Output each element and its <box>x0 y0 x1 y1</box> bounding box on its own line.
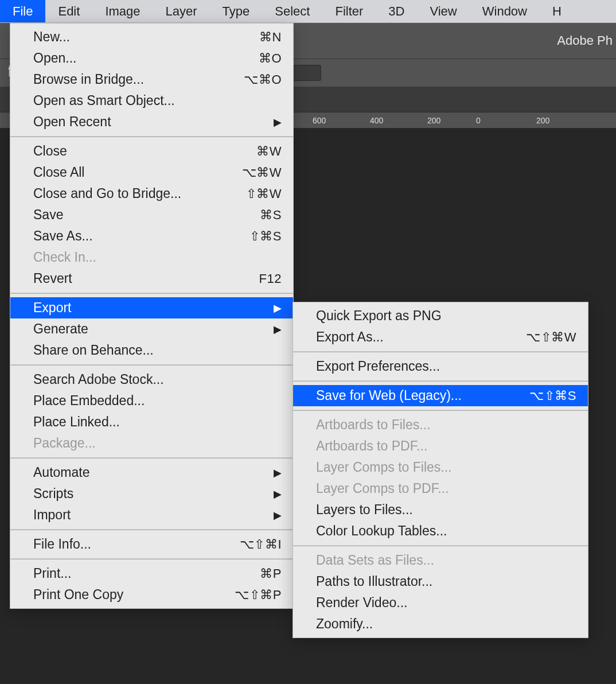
file-menu-item-open-as-smart-object[interactable]: Open as Smart Object... <box>10 90 293 111</box>
file-menu-item-export[interactable]: Export▶ <box>10 297 293 318</box>
export-menu-item-paths-to-illustrator[interactable]: Paths to Illustrator... <box>293 571 588 592</box>
file-menu-item-import[interactable]: Import▶ <box>10 504 293 526</box>
menu-separator <box>10 136 293 137</box>
export-menu-item-color-lookup-tables[interactable]: Color Lookup Tables... <box>293 520 588 542</box>
menu-item-label: Artboards to PDF... <box>316 438 427 454</box>
file-menu-item-save[interactable]: Save⌘S <box>10 204 293 226</box>
menu-item-shortcut: ⌥⇧⌘I <box>228 537 282 552</box>
file-menu-item-revert[interactable]: RevertF12 <box>10 268 293 289</box>
file-menu-item-file-info[interactable]: File Info...⌥⇧⌘I <box>10 534 293 555</box>
file-menu-item-close-and-go-to-bridge[interactable]: Close and Go to Bridge...⇧⌘W <box>10 183 293 204</box>
file-menu-item-print-one-copy[interactable]: Print One Copy⌥⇧⌘P <box>10 584 293 605</box>
menu-item-label: Save <box>33 207 63 223</box>
menu-item-shortcut: ⌘W <box>245 144 282 159</box>
menu-item-label: Automate <box>33 465 89 480</box>
export-menu-item-export-as[interactable]: Export As...⌥⇧⌘W <box>293 327 588 348</box>
menu-item-label: Zoomify... <box>316 616 373 632</box>
file-menu-item-save-as[interactable]: Save As...⇧⌘S <box>10 226 293 247</box>
menu-item-label: Export Preferences... <box>316 359 440 374</box>
menubar-item-view[interactable]: View <box>417 0 469 22</box>
menu-item-label: File Info... <box>33 537 91 552</box>
menu-separator <box>10 558 293 559</box>
export-menu-item-layers-to-files[interactable]: Layers to Files... <box>293 499 588 520</box>
menu-separator <box>293 545 588 546</box>
menubar-item-select[interactable]: Select <box>262 0 322 22</box>
submenu-arrow-icon: ▶ <box>262 488 282 500</box>
export-menu-item-layer-comps-to-pdf: Layer Comps to PDF... <box>293 478 588 499</box>
app-title: Adobe Ph <box>557 33 613 48</box>
file-menu-item-search-adobe-stock[interactable]: Search Adobe Stock... <box>10 369 293 390</box>
menubar-item-type[interactable]: Type <box>210 0 263 22</box>
menu-item-label: Package... <box>33 436 96 451</box>
file-menu-item-close-all[interactable]: Close All⌥⌘W <box>10 162 293 183</box>
file-menu-item-new[interactable]: New...⌘N <box>10 26 293 48</box>
menubar-item-image[interactable]: Image <box>92 0 153 22</box>
export-menu-item-layer-comps-to-files: Layer Comps to Files... <box>293 457 588 478</box>
menu-item-label: Share on Behance... <box>33 343 154 358</box>
menu-item-shortcut: ⌥⌘W <box>231 165 282 180</box>
menu-item-label: Color Lookup Tables... <box>316 523 447 539</box>
file-menu-item-share-on-behance[interactable]: Share on Behance... <box>10 340 293 361</box>
menu-item-label: Close <box>33 143 67 159</box>
menu-item-label: Save for Web (Legacy)... <box>316 388 462 403</box>
export-menu-item-export-preferences[interactable]: Export Preferences... <box>293 356 588 377</box>
menu-item-shortcut: ⌘S <box>248 208 282 223</box>
menu-separator <box>10 529 293 530</box>
menubar-item-h[interactable]: H <box>540 0 574 22</box>
submenu-arrow-icon: ▶ <box>262 467 282 479</box>
menubar-item-3d[interactable]: 3D <box>376 0 417 22</box>
file-menu: New...⌘NOpen...⌘OBrowse in Bridge...⌥⌘OO… <box>10 23 294 609</box>
menu-item-label: Paths to Illustrator... <box>316 574 432 589</box>
export-menu-item-data-sets-as-files: Data Sets as Files... <box>293 550 588 571</box>
menu-item-label: Place Linked... <box>33 414 120 430</box>
submenu-arrow-icon: ▶ <box>262 323 282 336</box>
file-menu-item-open-recent[interactable]: Open Recent▶ <box>10 111 293 133</box>
menu-item-label: New... <box>33 29 70 45</box>
menu-item-label: Export As... <box>316 329 384 345</box>
export-menu-item-render-video[interactable]: Render Video... <box>293 592 588 613</box>
menu-item-label: Artboards to Files... <box>316 417 430 433</box>
ruler-tick: 600 <box>313 116 326 125</box>
menu-item-label: Open... <box>33 50 76 66</box>
menubar-item-edit[interactable]: Edit <box>45 0 92 22</box>
menu-item-shortcut: ⌥⇧⌘W <box>514 330 576 345</box>
menu-item-label: Browse in Bridge... <box>33 72 144 87</box>
menu-item-label: Close and Go to Bridge... <box>33 186 181 201</box>
menu-item-label: Generate <box>33 321 88 337</box>
file-menu-item-place-embedded[interactable]: Place Embedded... <box>10 390 293 411</box>
menu-item-label: Data Sets as Files... <box>316 553 434 568</box>
menubar-item-file[interactable]: File <box>0 0 45 22</box>
menu-item-label: Close All <box>33 165 84 180</box>
file-menu-item-print[interactable]: Print...⌘P <box>10 563 293 584</box>
file-menu-item-generate[interactable]: Generate▶ <box>10 318 293 340</box>
submenu-arrow-icon: ▶ <box>262 116 282 129</box>
menu-item-label: Render Video... <box>316 595 407 611</box>
export-menu-item-quick-export-as-png[interactable]: Quick Export as PNG <box>293 305 588 327</box>
file-menu-item-automate[interactable]: Automate▶ <box>10 462 293 483</box>
export-menu-item-zoomify[interactable]: Zoomify... <box>293 613 588 635</box>
export-menu-item-save-for-web-legacy[interactable]: Save for Web (Legacy)...⌥⇧⌘S <box>293 385 588 406</box>
menubar-item-layer[interactable]: Layer <box>153 0 210 22</box>
file-menu-item-place-linked[interactable]: Place Linked... <box>10 411 293 433</box>
menu-item-shortcut: ⇧⌘S <box>238 229 282 244</box>
menu-item-label: Scripts <box>33 486 73 502</box>
file-menu-item-scripts[interactable]: Scripts▶ <box>10 483 293 504</box>
export-submenu: Quick Export as PNGExport As...⌥⇧⌘WExpor… <box>293 302 588 638</box>
file-menu-item-open[interactable]: Open...⌘O <box>10 48 293 69</box>
menubar-item-window[interactable]: Window <box>470 0 540 22</box>
menu-item-label: Layer Comps to Files... <box>316 460 451 475</box>
menubar-item-filter[interactable]: Filter <box>322 0 376 22</box>
menu-item-label: Open as Smart Object... <box>33 93 175 108</box>
file-menu-item-browse-in-bridge[interactable]: Browse in Bridge...⌥⌘O <box>10 69 293 90</box>
file-menu-item-package: Package... <box>10 433 293 454</box>
menu-item-label: Search Adobe Stock... <box>33 372 164 387</box>
menu-separator <box>293 351 588 352</box>
menu-item-label: Save As... <box>33 228 93 244</box>
menu-item-label: Quick Export as PNG <box>316 308 442 324</box>
menu-item-label: Import <box>33 507 71 523</box>
menu-item-shortcut: ⌘O <box>247 51 282 66</box>
menu-item-shortcut: ⌥⇧⌘P <box>223 588 282 603</box>
ruler-tick: 200 <box>427 116 440 125</box>
menu-separator <box>10 364 293 366</box>
file-menu-item-close[interactable]: Close⌘W <box>10 141 293 162</box>
